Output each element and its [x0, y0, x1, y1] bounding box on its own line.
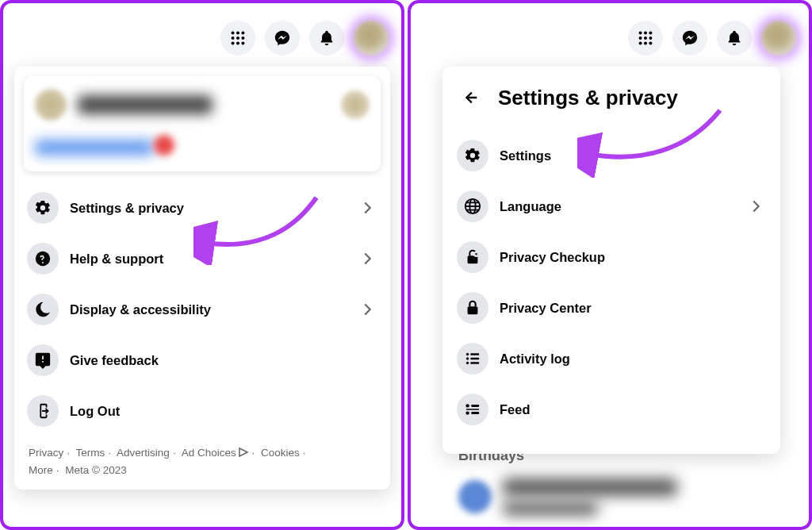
- footer-link-more[interactable]: More: [29, 464, 53, 476]
- svg-rect-36: [471, 412, 479, 414]
- menu-item-language[interactable]: Language: [450, 181, 772, 232]
- svg-point-11: [639, 32, 642, 35]
- footer-links: Privacy· Terms· Advertising· Ad Choices …: [21, 436, 384, 480]
- svg-point-29: [466, 362, 469, 364]
- footer-link-terms[interactable]: Terms: [76, 447, 105, 459]
- menu-label: Feed: [500, 402, 530, 417]
- account-avatar-icon[interactable]: [354, 21, 389, 56]
- menu-label: Settings & privacy: [70, 201, 184, 216]
- birthday-text-redacted: [503, 478, 677, 496]
- background-content: Birthdays: [458, 447, 777, 515]
- profile-avatar-icon: [35, 89, 67, 121]
- menu-label: Settings: [500, 148, 551, 163]
- question-icon: [27, 243, 59, 275]
- birthday-avatar-icon: [458, 480, 492, 513]
- svg-rect-26: [468, 306, 478, 314]
- svg-marker-10: [239, 448, 247, 456]
- notification-badge-icon: [154, 135, 174, 156]
- svg-point-15: [644, 36, 647, 40]
- menu-label: Log Out: [70, 404, 120, 419]
- back-button[interactable]: [455, 83, 485, 113]
- svg-point-4: [236, 36, 239, 40]
- screenshot-step-1: Settings & privacy Help & support Displa…: [0, 0, 404, 530]
- svg-rect-37: [466, 409, 480, 410]
- menu-item-activity-log[interactable]: Activity log: [450, 333, 772, 384]
- gear-icon: [27, 192, 59, 224]
- apps-grid-icon[interactable]: [220, 21, 255, 56]
- menu-label: Activity log: [500, 351, 570, 367]
- globe-icon: [457, 190, 488, 222]
- svg-point-16: [649, 36, 652, 40]
- top-nav-icons: [628, 21, 796, 56]
- menu-label: Give feedback: [70, 353, 159, 368]
- see-all-profiles-redacted[interactable]: [35, 140, 154, 156]
- svg-point-33: [465, 404, 469, 407]
- svg-point-5: [241, 36, 244, 40]
- profile-secondary-avatar-icon: [341, 90, 370, 119]
- svg-point-6: [232, 41, 235, 44]
- lock-heart-icon: [457, 241, 488, 273]
- footer-link-privacy[interactable]: Privacy: [29, 447, 63, 459]
- adchoices-icon: [239, 445, 248, 455]
- top-nav-icons: [220, 21, 389, 56]
- svg-point-28: [466, 357, 469, 359]
- svg-point-17: [639, 41, 642, 44]
- menu-item-settings-privacy[interactable]: Settings & privacy: [21, 182, 384, 233]
- svg-point-18: [644, 41, 647, 44]
- feedback-icon: [27, 344, 59, 376]
- svg-point-8: [241, 41, 244, 44]
- menu-label: Privacy Center: [500, 301, 592, 316]
- footer-link-ad-choices[interactable]: Ad Choices: [182, 447, 249, 459]
- svg-point-14: [639, 36, 642, 40]
- notifications-bell-icon[interactable]: [309, 21, 344, 56]
- profile-card[interactable]: [24, 76, 381, 171]
- menu-label: Display & accessibility: [70, 302, 211, 317]
- screenshot-step-2: Birthdays Settings & privacy Settings: [408, 0, 812, 530]
- menu-item-display-accessibility[interactable]: Display & accessibility: [21, 284, 384, 335]
- footer-copyright: Meta © 2023: [65, 464, 127, 476]
- messenger-icon[interactable]: [265, 21, 300, 56]
- svg-rect-32: [470, 362, 479, 364]
- messenger-icon[interactable]: [672, 21, 707, 56]
- menu-label: Help & support: [70, 252, 163, 267]
- birthday-text-redacted: [503, 502, 598, 515]
- feed-icon: [457, 394, 488, 425]
- svg-point-0: [232, 32, 235, 35]
- menu-item-log-out[interactable]: Log Out: [21, 386, 384, 436]
- svg-rect-31: [470, 358, 479, 360]
- chevron-right-icon: [357, 248, 377, 269]
- moon-icon: [27, 294, 59, 325]
- menu-item-give-feedback[interactable]: Give feedback: [21, 335, 384, 386]
- menu-item-feed[interactable]: Feed: [450, 384, 772, 435]
- list-icon: [457, 343, 488, 374]
- lock-icon: [457, 292, 488, 324]
- chevron-right-icon: [745, 196, 766, 217]
- account-menu-dropdown: Settings & privacy Help & support Displa…: [14, 67, 390, 490]
- gear-icon: [457, 140, 488, 171]
- svg-point-12: [644, 32, 647, 35]
- notifications-bell-icon[interactable]: [717, 21, 752, 56]
- footer-link-cookies[interactable]: Cookies: [261, 447, 300, 459]
- menu-item-help-support[interactable]: Help & support: [21, 233, 384, 284]
- footer-link-advertising[interactable]: Advertising: [117, 447, 170, 459]
- svg-point-19: [649, 41, 652, 44]
- svg-point-27: [466, 353, 469, 355]
- menu-item-settings[interactable]: Settings: [450, 130, 772, 181]
- svg-point-7: [236, 41, 239, 44]
- svg-rect-30: [470, 353, 479, 355]
- logout-icon: [27, 395, 59, 427]
- account-menu-list: Settings & privacy Help & support Displa…: [21, 182, 384, 436]
- profile-name-redacted: [78, 95, 213, 114]
- svg-point-13: [649, 32, 652, 35]
- svg-point-2: [241, 32, 244, 35]
- submenu-title: Settings & privacy: [498, 86, 678, 110]
- account-avatar-icon[interactable]: [761, 21, 796, 56]
- chevron-right-icon: [357, 198, 377, 218]
- chevron-right-icon: [357, 299, 377, 320]
- svg-point-35: [465, 411, 469, 414]
- menu-item-privacy-checkup[interactable]: Privacy Checkup: [450, 232, 772, 282]
- apps-grid-icon[interactable]: [628, 21, 663, 56]
- menu-item-privacy-center[interactable]: Privacy Center: [450, 282, 772, 333]
- menu-label: Language: [500, 199, 561, 214]
- svg-rect-34: [471, 405, 479, 407]
